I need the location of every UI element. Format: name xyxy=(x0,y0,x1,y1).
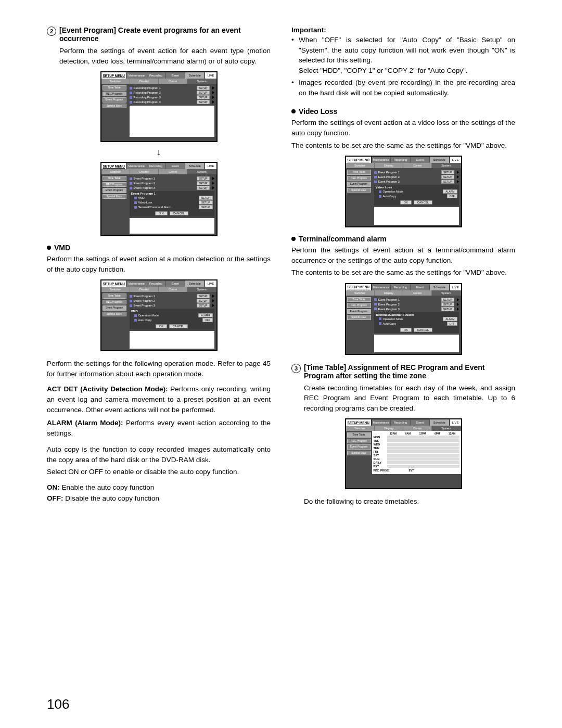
tab: Schedule xyxy=(185,280,205,287)
box-row: Video Loss xyxy=(138,201,152,204)
tri-icon xyxy=(457,303,459,306)
row-label: Event Program 1 xyxy=(134,177,195,180)
setup-btn: SETUP xyxy=(197,176,210,181)
side-btn: REC Program xyxy=(103,300,126,305)
figure-event-program: SETUP MENU Maintenance Recording Event S… xyxy=(47,162,271,236)
row-label: Event Program 2 xyxy=(134,299,195,302)
side-btn: Event Program xyxy=(347,309,371,314)
subtab: System xyxy=(432,163,461,168)
setup-btn: SETUP xyxy=(197,294,210,298)
setup-btn: SETUP xyxy=(441,175,454,179)
important-list: When "OFF" is selected for "Auto Copy" o… xyxy=(291,35,515,98)
tri-icon xyxy=(212,304,214,307)
tab: Schedule xyxy=(185,72,205,79)
alarm-def: ALARM (Alarm Mode): Performs every event… xyxy=(47,418,271,438)
figure-tca: SETUP MENU Maintenance Recording Event S… xyxy=(291,283,515,355)
day-label: SAT xyxy=(374,454,386,457)
live-label: LIVE xyxy=(205,280,216,287)
subtab: Display xyxy=(130,79,159,84)
ok-btn: OK xyxy=(156,324,167,328)
side-btn: REC Program xyxy=(103,92,126,97)
side-btn: REC Program xyxy=(103,182,126,187)
bullet-icon xyxy=(291,109,296,113)
box-row: Operation Mode xyxy=(138,314,159,317)
side-btn: Special Days xyxy=(103,194,126,199)
live-label: LIVE xyxy=(205,72,216,79)
tri-icon xyxy=(212,295,214,298)
tab: Event xyxy=(166,280,185,287)
tri-icon xyxy=(212,100,214,104)
subtab: Switcher xyxy=(101,287,130,292)
side-btn: Time Table xyxy=(347,170,371,175)
shot-title: SETUP MENU xyxy=(101,163,127,169)
imp1-text: When "OFF" is selected for "Auto Copy" o… xyxy=(299,36,515,64)
tri-icon xyxy=(457,171,459,174)
val-alarm: ALARM xyxy=(443,189,457,194)
important-item-2: Images recorded (by event pre-recording)… xyxy=(291,78,515,98)
tab: Schedule xyxy=(430,419,449,426)
row-label: Event Program 1 xyxy=(378,171,440,174)
time-head: 12AM xyxy=(386,432,401,435)
row-label: Event Program 3 xyxy=(134,186,195,189)
setup-btn: SETUP xyxy=(197,86,210,90)
setup-menu-shot-6: SETUP MENU Maintenance Recording Event S… xyxy=(345,418,462,489)
box-row: VMD xyxy=(138,196,145,199)
setup-btn: SETUP xyxy=(197,303,210,308)
tri-icon xyxy=(212,177,214,180)
row-label: Recording Program 1 xyxy=(134,86,195,90)
side-btn: Special Days xyxy=(103,312,126,317)
live-label: LIVE xyxy=(449,419,461,426)
imp1b-text: Select "HDD", "COPY 1" or "COPY 2" for "… xyxy=(299,67,467,74)
setup-btn: SETUP xyxy=(197,186,210,190)
row-label: Event Program 2 xyxy=(134,182,195,185)
box-row: Auto Copy xyxy=(383,322,397,325)
alarm-label: ALARM (Alarm Mode): xyxy=(47,419,123,427)
time-head: 6PM xyxy=(430,432,444,435)
cancel-btn: CANCEL xyxy=(170,211,188,215)
row-label: Event Program 3 xyxy=(134,304,195,307)
setup-menu-shot-2: SETUP MENU Maintenance Recording Event S… xyxy=(100,162,218,236)
subtab: Switcher xyxy=(346,290,375,296)
vloss-title: Video Loss xyxy=(299,107,337,116)
setup-btn: SETUP xyxy=(197,181,210,185)
tab: Maintenance xyxy=(372,157,391,163)
side-btn: Event Program xyxy=(103,188,126,193)
day-label: WED xyxy=(374,443,386,446)
side-btn: Special Days xyxy=(347,315,371,320)
page-columns: 2 [Event Program] Create event programs … xyxy=(47,26,515,512)
row-label: Event Program 2 xyxy=(378,303,440,306)
setup-btn: SETUP xyxy=(197,100,210,104)
subtab: System xyxy=(187,287,216,292)
section-2-title: [Event Program] Create event programs fo… xyxy=(59,26,271,43)
subtab: Switcher xyxy=(346,426,375,431)
tab: Schedule xyxy=(185,163,205,169)
tab: Recording xyxy=(391,157,410,163)
time-head: 6AM xyxy=(401,432,415,435)
op-mode-intro: Perform the settings for the following o… xyxy=(47,359,271,379)
tri-icon xyxy=(212,91,214,94)
autocopy-p2: Select ON or OFF to enable or disable th… xyxy=(47,467,271,477)
box-row: Operation Mode xyxy=(383,190,403,193)
tca-p2: The contents to be set are the same as t… xyxy=(291,267,515,278)
vloss-head: Video Loss xyxy=(291,107,515,116)
important-item-1: When "OFF" is selected for "Auto Copy" o… xyxy=(291,35,515,75)
time-head: 12AM xyxy=(444,432,459,435)
tab: Recording xyxy=(146,163,165,169)
tri-icon xyxy=(212,299,214,302)
vmd-title: VMD xyxy=(54,244,70,252)
right-column: Important: When "OFF" is selected for "A… xyxy=(291,26,515,512)
day-label: MON xyxy=(374,436,386,439)
val-alarm: ALARM xyxy=(198,313,212,317)
row-label: Event Program 3 xyxy=(378,180,440,183)
tab: Event xyxy=(411,284,430,290)
row-label: Event Program 3 xyxy=(378,308,440,311)
circled-2-icon: 2 xyxy=(47,27,56,36)
tri-icon xyxy=(212,186,214,189)
vmd-head: VMD xyxy=(47,244,271,252)
day-label: THU xyxy=(374,446,386,450)
live-label: LIVE xyxy=(205,163,216,169)
subtab: Switcher xyxy=(101,79,130,84)
tca-head: Terminal/command alarm xyxy=(291,235,515,243)
section-3-p1: Create recording timetables for each day… xyxy=(291,383,515,414)
shot-title: SETUP MENU xyxy=(346,419,372,426)
